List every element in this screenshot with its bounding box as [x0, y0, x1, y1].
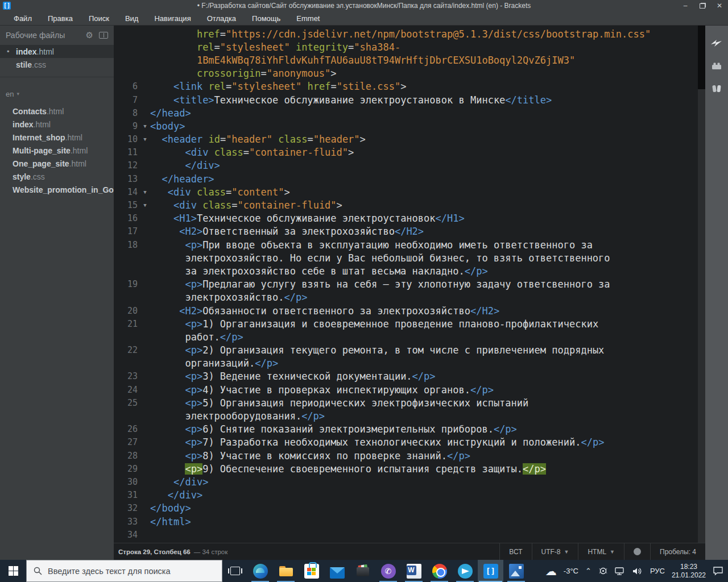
file-tree-item-Internet_shop.html[interactable]: Internet_shop.html — [0, 131, 114, 144]
code-line-28[interactable]: 28 <p>8) Участие в комиссиях по проверке… — [114, 449, 705, 462]
clock[interactable]: 18:23 21.01.2022 — [672, 563, 706, 580]
code-line-13[interactable]: 13 </header> — [114, 172, 705, 185]
code-line-wrap[interactable]: электрохозяйство.</p> — [114, 291, 705, 304]
code-line-wrap[interactable]: электрооборудования.</p> — [114, 409, 705, 422]
code-line-19[interactable]: 19 <p>Предлагаю услугу взять на себя — э… — [114, 278, 705, 291]
code-line-7[interactable]: 7 <title>Техническое обслуживание электр… — [114, 93, 705, 106]
code-line-15[interactable]: 15▼ <div class="container-fluid"> — [114, 198, 705, 211]
code-line-26[interactable]: 26 <p>6) Снятие показаний электроизмерит… — [114, 423, 705, 436]
restore-button[interactable] — [694, 0, 711, 11]
code-line-9[interactable]: 9▼<body> — [114, 119, 705, 132]
file-tree-item-index.html[interactable]: index.html — [0, 118, 114, 131]
indent-setting[interactable]: Пробелы: 4 — [650, 543, 705, 560]
code-line-10[interactable]: 10▼ <header id="header" class="header"> — [114, 133, 705, 146]
taskbar-app-explorer[interactable] — [273, 560, 299, 582]
start-button[interactable] — [0, 560, 26, 582]
code-line-18[interactable]: 18 <p>При вводе объекта в эксплуатацию н… — [114, 238, 705, 251]
code-line-wrap[interactable]: href="https://cdn.jsdelivr.net/npm/boots… — [114, 27, 705, 40]
tray-expand-icon[interactable]: ⌃ — [585, 567, 592, 575]
working-file-index.html[interactable]: •index.html — [0, 45, 114, 58]
code-line-11[interactable]: 11 <div class="container-fluid"> — [114, 146, 705, 159]
code-line-33[interactable]: 33</html> — [114, 515, 705, 528]
code-line-6[interactable]: 6 <link rel="stylesheet" href="stile.css… — [114, 80, 705, 93]
code-line-34[interactable]: 34 — [114, 528, 705, 541]
taskbar-app-viber[interactable]: ✆ — [375, 560, 401, 582]
file-tree-item-Multi-page_site.html[interactable]: Multi-page_site.html — [0, 144, 114, 157]
code-line-25[interactable]: 25 <p>5) Организация периодических элект… — [114, 396, 705, 409]
menu-item-правка[interactable]: Правка — [40, 11, 81, 25]
file-tree-item-One_page_site.html[interactable]: One_page_site.html — [0, 157, 114, 170]
volume-icon[interactable] — [632, 567, 643, 576]
taskbar-app-brackets[interactable]: [] — [478, 560, 503, 582]
working-file-stile.css[interactable]: stile.css — [0, 58, 114, 71]
file-tree-item-style.css[interactable]: style.css — [0, 170, 114, 183]
project-dropdown[interactable]: en ▾ — [0, 86, 114, 101]
taskbar-app-telegram[interactable] — [452, 560, 478, 582]
file-tree-item-Website_promotion_in_Google.html[interactable]: Website_promotion_in_Google.html — [0, 183, 114, 196]
fold-arrow-icon[interactable]: ▼ — [140, 189, 150, 195]
taskbar-app-mail[interactable] — [324, 560, 350, 582]
split-view-icon[interactable] — [99, 32, 108, 39]
taskbar-app-word[interactable] — [401, 560, 427, 582]
menu-item-файл[interactable]: Файл — [6, 11, 40, 25]
menu-item-помощь[interactable]: Помощь — [244, 11, 288, 25]
menu-item-вид[interactable]: Вид — [117, 11, 147, 25]
code-line-30[interactable]: 30 </div> — [114, 475, 705, 488]
code-line-wrap[interactable]: за электрохозяйство себе в штат весьма н… — [114, 264, 705, 277]
taskbar-search-input[interactable]: Введите здесь текст для поиска — [26, 560, 222, 582]
temperature[interactable]: -3°C — [564, 567, 578, 575]
code-line-16[interactable]: 16 <H1>Техническое обслуживание электроу… — [114, 212, 705, 225]
code-line-14[interactable]: 14▼ <div class="content"> — [114, 185, 705, 198]
scrollbar-thumb[interactable] — [698, 26, 705, 89]
code-line-21[interactable]: 21 <p>1) Оргаганизация и своевременное п… — [114, 317, 705, 330]
code-line-wrap[interactable]: 1BmE4kWBq78iYhFldvKuhfTAU6auU8tT94WrHftj… — [114, 53, 705, 66]
taskbar-app-docs[interactable] — [350, 560, 375, 582]
screen-record-icon[interactable] — [598, 566, 608, 576]
extension-manager-icon[interactable] — [710, 61, 723, 71]
lint-status-indicator[interactable] — [624, 543, 650, 560]
fold-arrow-icon[interactable]: ▼ — [140, 202, 150, 208]
code-line-20[interactable]: 20 <H2>Обязанности ответственного за эле… — [114, 304, 705, 317]
code-area[interactable]: href="https://cdn.jsdelivr.net/npm/boots… — [114, 26, 705, 543]
gear-icon[interactable]: ⚙ — [86, 30, 93, 40]
code-line-wrap[interactable]: организаций.</p> — [114, 357, 705, 370]
scrollbar[interactable] — [698, 26, 705, 543]
code-line-32[interactable]: 32</body> — [114, 502, 705, 515]
code-line-8[interactable]: 8</head> — [114, 106, 705, 119]
code-line-wrap[interactable]: работ.</p> — [114, 330, 705, 343]
code-line-wrap[interactable]: crossorigin="anonymous"> — [114, 67, 705, 80]
code-line-17[interactable]: 17 <H2>Ответственный за электрохозяйство… — [114, 225, 705, 238]
file-tree-item-Contacts.html[interactable]: Contacts.html — [0, 105, 114, 118]
taskbar-app-store[interactable] — [299, 560, 324, 582]
code-line-29[interactable]: 29 <p>9) Обеспечение своевременного испы… — [114, 462, 705, 475]
code-line-24[interactable]: 24 <p>4) Участие в проверках инспектирую… — [114, 383, 705, 396]
taskbar-app-edge[interactable] — [247, 560, 273, 582]
code-line-27[interactable]: 27 <p>7) Разработка необходимых технолог… — [114, 436, 705, 449]
code-line-22[interactable]: 22 <p>2) Организация текущего ремонта, в… — [114, 344, 705, 357]
encoding-selector[interactable]: UTF-8 ▼ — [532, 543, 578, 560]
code-line-wrap[interactable]: rel="stylesheet" integrity="sha384- — [114, 40, 705, 53]
live-preview-icon[interactable] — [710, 38, 723, 48]
insert-mode-indicator[interactable]: ВСТ — [499, 543, 531, 560]
network-icon[interactable] — [615, 567, 626, 576]
weather-icon[interactable]: ☁ — [545, 564, 557, 578]
taskbar-app-photos[interactable] — [503, 560, 529, 582]
extension-icon[interactable] — [710, 84, 723, 94]
code-line-31[interactable]: 31 </div> — [114, 489, 705, 502]
language-selector[interactable]: HTML ▼ — [578, 543, 624, 560]
menu-item-emmet[interactable]: Emmet — [288, 11, 328, 25]
language-indicator[interactable]: РУС — [650, 567, 665, 575]
menu-item-поиск[interactable]: Поиск — [81, 11, 117, 25]
code-line-12[interactable]: 12 </div> — [114, 159, 705, 172]
action-center-icon[interactable] — [713, 566, 723, 576]
task-view-button[interactable] — [222, 560, 247, 582]
taskbar-app-chrome[interactable] — [427, 560, 452, 582]
minimize-button[interactable]: – — [677, 0, 694, 11]
code-line-23[interactable]: 23 <p>3) Ведение технической документаци… — [114, 370, 705, 383]
menu-item-отладка[interactable]: Отладка — [199, 11, 244, 25]
menu-item-навигация[interactable]: Навигация — [146, 11, 198, 25]
fold-arrow-icon[interactable]: ▼ — [140, 136, 150, 142]
close-button[interactable]: ✕ — [711, 0, 728, 11]
fold-arrow-icon[interactable]: ▼ — [140, 123, 150, 129]
code-line-wrap[interactable]: электрохозяйство. Но если у Вас небольшо… — [114, 251, 705, 264]
